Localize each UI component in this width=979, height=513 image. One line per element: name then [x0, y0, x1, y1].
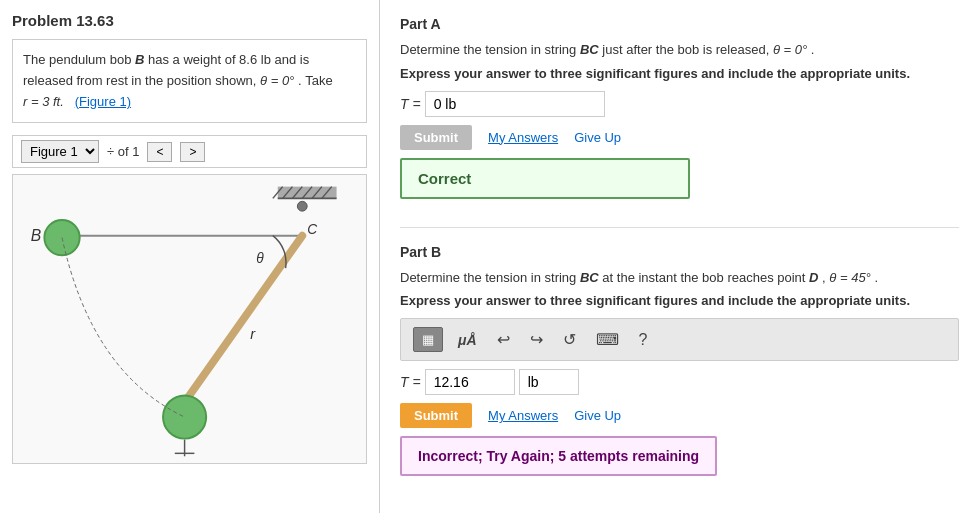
part-a-answer-row: T = — [400, 91, 959, 117]
description-prefix: The pendulum bob — [23, 52, 135, 67]
prev-figure-button[interactable]: < — [147, 142, 172, 162]
theta-condition: θ = 0° — [260, 73, 294, 88]
part-b-unit-input[interactable] — [519, 369, 579, 395]
part-b-incorrect-banner: Incorrect; Try Again; 5 attempts remaini… — [400, 436, 717, 476]
string-bc-a: BC — [580, 42, 599, 57]
keyboard-button[interactable]: ⌨ — [591, 328, 624, 351]
redo-button[interactable]: ↪ — [525, 328, 548, 351]
part-a-answer-input[interactable] — [425, 91, 605, 117]
take-label: . Take — [298, 73, 333, 88]
reset-button[interactable]: ↺ — [558, 328, 581, 351]
matrix-button[interactable]: ▦ — [413, 327, 443, 352]
part-b-section: Part B Determine the tension in string B… — [400, 244, 959, 477]
part-a-t-label: T = — [400, 96, 421, 112]
figure-of-label: ÷ of 1 — [107, 144, 139, 159]
theta-b: θ = 45° — [829, 270, 871, 285]
part-b-my-answers-button[interactable]: My Answers — [488, 408, 558, 423]
bob-label: B — [135, 52, 144, 67]
pendulum-rod — [185, 236, 303, 403]
figure-select[interactable]: Figure 1 — [21, 140, 99, 163]
help-button[interactable]: ? — [634, 329, 653, 351]
part-b-action-row: Submit My Answers Give Up — [400, 403, 959, 428]
r-value: r = 3 ft. — [23, 94, 64, 109]
part-b-value-input[interactable] — [425, 369, 515, 395]
part-a-section: Part A Determine the tension in string B… — [400, 16, 959, 207]
left-panel: Problem 13.63 The pendulum bob B has a w… — [0, 0, 380, 513]
point-d: D — [809, 270, 818, 285]
motion-arc — [62, 238, 185, 417]
part-divider — [400, 227, 959, 228]
theta-label: θ — [256, 251, 264, 266]
pivot-point — [297, 202, 307, 212]
part-a-submit-button[interactable]: Submit — [400, 125, 472, 150]
problem-description: The pendulum bob B has a weight of 8.6 l… — [12, 39, 367, 123]
bob-bottom — [163, 396, 206, 439]
figure-svg: B C θ r — [13, 175, 366, 463]
part-a-correct-banner: Correct — [400, 158, 690, 199]
part-a-question: Determine the tension in string BC just … — [400, 40, 959, 60]
part-a-action-row: Submit My Answers Give Up — [400, 125, 959, 150]
part-a-give-up-label: Give Up — [574, 130, 621, 145]
part-a-my-answers-button[interactable]: My Answers — [488, 130, 558, 145]
mu-button[interactable]: μÅ — [453, 330, 482, 350]
part-b-instruction: Express your answer to three significant… — [400, 293, 959, 308]
string-bc-b: BC — [580, 270, 599, 285]
part-b-toolbar: ▦ μÅ ↩ ↪ ↺ ⌨ ? — [400, 318, 959, 361]
part-b-t-label: T = — [400, 374, 421, 390]
part-b-submit-button[interactable]: Submit — [400, 403, 472, 428]
next-figure-button[interactable]: > — [180, 142, 205, 162]
weight-unit: lb — [261, 52, 271, 67]
figure-controls: Figure 1 ÷ of 1 < > — [12, 135, 367, 168]
bob-b-label: B — [31, 227, 41, 244]
part-b-label: Part B — [400, 244, 959, 260]
problem-title: Problem 13.63 — [12, 12, 367, 29]
part-a-instruction: Express your answer to three significant… — [400, 66, 959, 81]
description-middle: has a weight of 8.6 — [148, 52, 261, 67]
figure-link[interactable]: (Figure 1) — [75, 94, 131, 109]
part-b-input-row: T = — [400, 369, 959, 395]
part-b-question: Determine the tension in string BC at th… — [400, 268, 959, 288]
point-c-label: C — [307, 222, 317, 237]
part-a-label: Part A — [400, 16, 959, 32]
part-b-give-up-label: Give Up — [574, 408, 621, 423]
r-label: r — [250, 326, 256, 342]
undo-button[interactable]: ↩ — [492, 328, 515, 351]
theta-a: θ = 0° — [773, 42, 807, 57]
figure-area: B C θ r — [12, 174, 367, 464]
right-panel: Part A Determine the tension in string B… — [380, 0, 979, 513]
